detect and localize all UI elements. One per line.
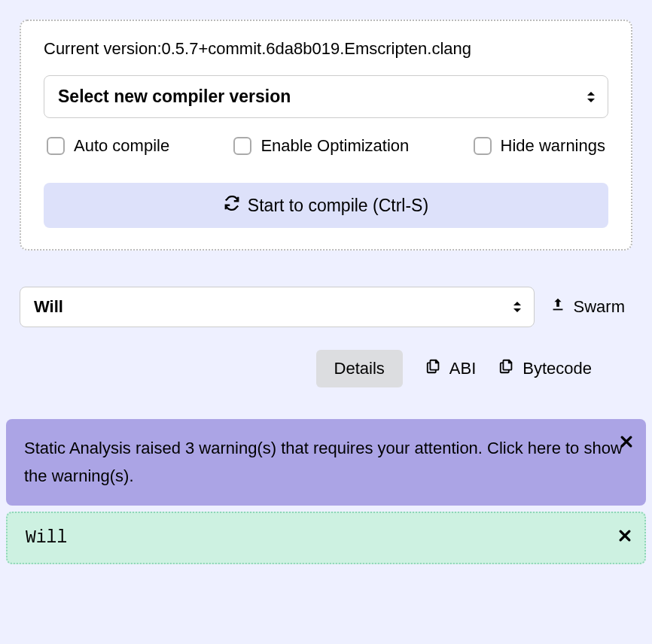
warning-text: Static Analysis raised 3 warning(s) that… [24, 439, 623, 485]
contract-panel: Will Swarm Details ABI [6, 270, 646, 413]
close-icon [617, 529, 632, 548]
compiler-options-row: Auto compile Enable Optimization Hide wa… [44, 136, 608, 156]
enable-optimization-label: Enable Optimization [260, 136, 409, 156]
refresh-icon [224, 195, 240, 216]
compiler-select-label: Select new compiler version [58, 87, 291, 106]
contract-row: Will Swarm [20, 287, 632, 327]
compiler-version-select[interactable]: Select new compiler version [44, 75, 608, 118]
auto-compile-label: Auto compile [74, 136, 169, 156]
hide-warnings-checkbox[interactable] [474, 137, 492, 155]
hide-warnings-option: Hide warnings [474, 136, 605, 156]
clipboard-icon [425, 358, 442, 379]
hide-warnings-label: Hide warnings [501, 136, 605, 156]
compiler-box: Current version:0.5.7+commit.6da8b019.Em… [20, 20, 632, 251]
auto-compile-option: Auto compile [47, 136, 169, 156]
swarm-label: Swarm [574, 297, 625, 317]
close-icon [619, 434, 634, 453]
static-analysis-warning-alert[interactable]: Static Analysis raised 3 warning(s) that… [6, 419, 646, 506]
contract-select-label: Will [34, 297, 63, 316]
compiler-panel: Current version:0.5.7+commit.6da8b019.Em… [6, 6, 646, 264]
upload-icon [550, 296, 566, 317]
success-text: Will [26, 528, 67, 548]
contract-actions-row: Details ABI Bytecode [20, 350, 632, 387]
select-arrows-icon [586, 91, 596, 103]
abi-button[interactable]: ABI [425, 358, 476, 379]
abi-label: ABI [449, 359, 476, 378]
enable-optimization-checkbox[interactable] [233, 137, 251, 155]
current-version-label: Current version:0.5.7+commit.6da8b019.Em… [44, 39, 608, 59]
clipboard-icon [498, 358, 515, 379]
close-warning-button[interactable] [619, 430, 634, 457]
compile-button-label: Start to compile (Ctrl-S) [248, 196, 428, 216]
bytecode-button[interactable]: Bytecode [498, 358, 592, 379]
bytecode-label: Bytecode [523, 359, 592, 378]
compile-success-alert: Will [6, 512, 646, 564]
enable-optimization-option: Enable Optimization [233, 136, 409, 156]
start-compile-button[interactable]: Start to compile (Ctrl-S) [44, 183, 608, 228]
details-button[interactable]: Details [316, 350, 403, 387]
close-success-button[interactable] [617, 528, 632, 548]
select-arrows-icon [513, 301, 522, 313]
swarm-button[interactable]: Swarm [550, 296, 632, 317]
auto-compile-checkbox[interactable] [47, 137, 65, 155]
contract-select[interactable]: Will [20, 287, 535, 327]
